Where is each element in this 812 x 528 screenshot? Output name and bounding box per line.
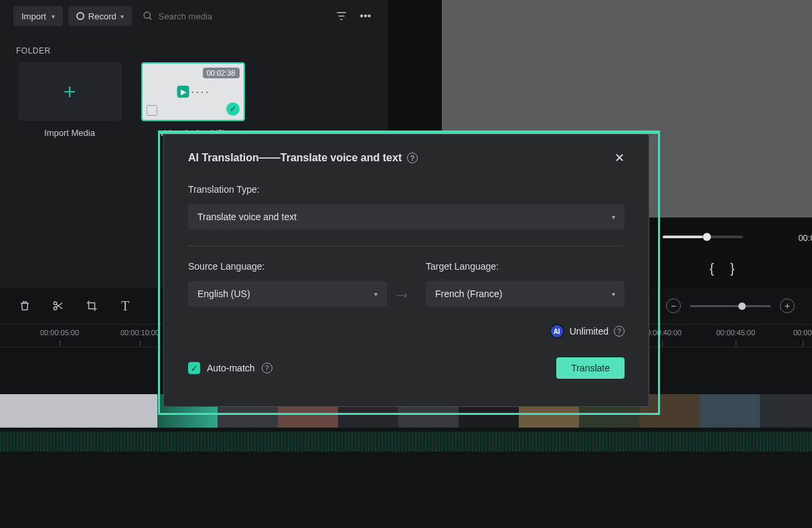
delete-icon[interactable] xyxy=(17,298,32,313)
timecode: 00:00:00 xyxy=(798,233,812,243)
import-label: Import xyxy=(21,11,46,21)
help-icon[interactable]: ? xyxy=(407,153,418,163)
translate-button[interactable]: Translate xyxy=(556,357,625,379)
auto-match-label: Auto-match xyxy=(207,363,255,373)
translation-type-value: Translate voice and text xyxy=(197,211,297,222)
import-media-card[interactable]: + Import Media xyxy=(16,62,123,138)
unlimited-label: Unlimited xyxy=(570,326,608,337)
chevron-down-icon: ▾ xyxy=(120,13,124,20)
zoom-knob[interactable] xyxy=(738,302,746,310)
ai-translation-dialog: AI Translation——Translate voice and text… xyxy=(163,134,649,407)
translation-type-label: Translation Type: xyxy=(188,184,625,195)
more-icon[interactable]: ••• xyxy=(356,7,375,25)
scrub-knob[interactable] xyxy=(703,233,711,241)
record-icon xyxy=(76,12,84,20)
duration-badge: 00:02:38 xyxy=(203,68,240,78)
arrow-right-icon: ·····› xyxy=(396,290,416,306)
target-language-select[interactable]: French (France) ▾ xyxy=(426,281,625,306)
plus-icon: + xyxy=(64,80,76,104)
video-clip[interactable] xyxy=(0,394,157,428)
dialog-title: AI Translation——Translate voice and text… xyxy=(188,152,418,164)
target-language-value: French (France) xyxy=(435,288,502,299)
source-language-value: English (US) xyxy=(197,288,250,299)
text-icon[interactable]: T xyxy=(118,298,133,313)
mark-out-icon[interactable]: } xyxy=(730,261,735,276)
import-media-thumb[interactable]: + xyxy=(18,62,122,121)
mark-brackets: { } xyxy=(710,261,734,276)
media-grid: + Import Media 00:02:38 ▶• • • • ✓ video… xyxy=(0,62,388,138)
zoom-out-button[interactable]: − xyxy=(666,298,681,313)
clip-logo: ▶• • • • xyxy=(177,86,209,98)
svg-point-0 xyxy=(144,12,150,18)
record-button[interactable]: Record ▾ xyxy=(68,6,132,26)
media-clip-thumb[interactable]: 00:02:38 ▶• • • • ✓ xyxy=(141,62,245,121)
chevron-down-icon: ▾ xyxy=(374,290,378,298)
close-icon[interactable]: ✕ xyxy=(615,151,625,165)
chevron-down-icon: ▾ xyxy=(612,213,615,221)
translation-type-select[interactable]: Translate voice and text ▾ xyxy=(188,204,625,230)
help-icon[interactable]: ? xyxy=(262,363,272,373)
chevron-down-icon: ▾ xyxy=(52,13,55,20)
source-language-label: Source Language: xyxy=(188,261,387,272)
media-toolbar: Import ▾ Record ▾ ••• xyxy=(0,3,388,29)
clip-type-icon xyxy=(147,105,157,116)
crop-icon[interactable] xyxy=(84,298,99,313)
search-input[interactable] xyxy=(159,11,239,21)
media-clip-card[interactable]: 00:02:38 ▶• • • • ✓ videoplayback(3) xyxy=(139,62,246,138)
target-language-label: Target Language: xyxy=(426,261,625,272)
scrub-bar[interactable] xyxy=(663,236,743,238)
help-icon[interactable]: ? xyxy=(614,326,625,337)
ruler-mark: 00:00:10:00 xyxy=(120,329,159,337)
scrub-fill xyxy=(663,236,703,238)
search-icon xyxy=(143,11,153,21)
check-icon: ✓ xyxy=(226,102,240,116)
svg-line-1 xyxy=(149,17,151,19)
ruler-mark: 00:00:45:00 xyxy=(716,329,755,337)
audio-track[interactable] xyxy=(0,432,812,452)
source-language-select[interactable]: English (US) ▾ xyxy=(188,281,387,306)
check-icon: ✓ xyxy=(188,362,200,374)
import-button[interactable]: Import ▾ xyxy=(13,6,63,26)
record-label: Record xyxy=(88,11,116,21)
dialog-title-text: AI Translation——Translate voice and text xyxy=(188,152,402,164)
ruler-mark: 00:00 xyxy=(793,329,812,337)
zoom-in-button[interactable]: + xyxy=(780,298,795,313)
video-clip[interactable] xyxy=(700,394,760,428)
folder-heading: FOLDER xyxy=(0,29,388,62)
mark-in-icon[interactable]: { xyxy=(710,261,714,276)
import-media-label: Import Media xyxy=(44,128,95,138)
ai-badge-icon: AI xyxy=(550,324,564,339)
filter-icon[interactable] xyxy=(332,7,351,25)
divider xyxy=(188,246,625,246)
unlimited-row: AI Unlimited ? xyxy=(188,324,625,339)
zoom-slider[interactable] xyxy=(690,305,770,307)
chevron-down-icon: ▾ xyxy=(612,290,615,298)
search-field[interactable] xyxy=(137,11,327,21)
scissors-icon[interactable] xyxy=(51,298,66,313)
ruler-mark: 00:00:05:00 xyxy=(40,329,79,337)
auto-match-checkbox[interactable]: ✓ Auto-match ? xyxy=(188,362,272,374)
zoom-controls: − + xyxy=(666,298,795,313)
